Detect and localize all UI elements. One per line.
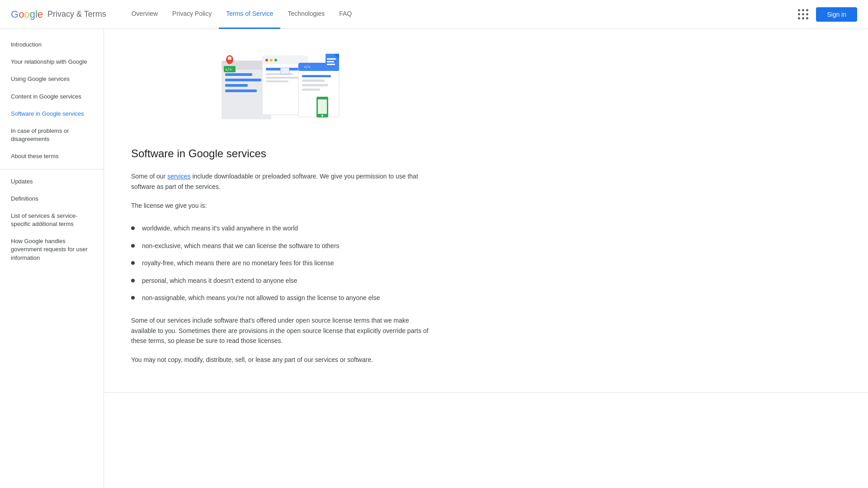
svg-rect-31 — [327, 58, 336, 60]
header: Google Privacy & Terms Overview Privacy … — [0, 0, 868, 29]
svg-text:</>: </> — [225, 68, 232, 72]
illustration: </> — [131, 47, 429, 128]
sign-in-button[interactable]: Sign in — [816, 7, 857, 22]
apps-icon[interactable] — [798, 9, 809, 20]
svg-rect-24 — [302, 80, 325, 82]
svg-rect-25 — [302, 84, 328, 86]
list-item: non-exclusive, which means that we can l… — [131, 237, 429, 254]
sidebar-item-about-terms[interactable]: About these terms — [0, 148, 104, 165]
list-item: non-assignable, which means you're not a… — [131, 289, 429, 306]
sidebar-item-using-google[interactable]: Using Google services — [0, 70, 104, 88]
list-item: royalty-free, which means there are no m… — [131, 254, 429, 272]
header-title: Privacy & Terms — [47, 9, 106, 19]
bullet-dot — [131, 279, 135, 282]
nav-terms-of-service[interactable]: Terms of Service — [219, 0, 280, 29]
nav-overview[interactable]: Overview — [124, 0, 165, 29]
svg-point-11 — [270, 59, 273, 61]
nav-technologies[interactable]: Technologies — [280, 0, 332, 29]
bullet-dot — [131, 244, 135, 248]
svg-text:</>: </> — [304, 65, 311, 69]
header-nav: Overview Privacy Policy Terms of Service… — [124, 0, 798, 29]
sidebar-item-problems[interactable]: In case of problems or disagreements — [0, 122, 104, 148]
sidebar-item-updates[interactable]: Updates — [0, 173, 104, 190]
svg-rect-33 — [327, 64, 335, 65]
svg-rect-32 — [327, 61, 334, 62]
bullet-dot — [131, 261, 135, 265]
header-right: Sign in — [798, 7, 857, 22]
svg-rect-23 — [302, 75, 331, 77]
svg-rect-26 — [302, 89, 320, 91]
sidebar-item-content-google[interactable]: Content in Google services — [0, 88, 104, 105]
paragraph-3: Some of our services include software th… — [131, 315, 429, 346]
nav-faq[interactable]: FAQ — [332, 0, 359, 29]
google-logo: Google — [11, 9, 43, 20]
bullet-dot — [131, 226, 135, 230]
sidebar-item-software-google[interactable]: Software in Google services — [0, 105, 104, 122]
sidebar-item-introduction[interactable]: Introduction — [0, 36, 104, 53]
main-content: </> — [104, 29, 868, 393]
paragraph-1: Some of our services include downloadabl… — [131, 171, 429, 192]
section-divider — [104, 392, 868, 393]
svg-rect-36 — [318, 99, 327, 114]
svg-rect-15 — [266, 77, 298, 79]
sidebar-item-list-services[interactable]: List of services & service-specific addi… — [0, 207, 104, 233]
sidebar-item-your-relationship[interactable]: Your relationship with Google — [0, 53, 104, 70]
svg-point-12 — [274, 59, 277, 61]
sidebar-divider — [0, 169, 104, 169]
sidebar-item-gov-requests[interactable]: How Google handles government requests f… — [0, 233, 104, 267]
bullet-list: worldwide, which means it's valid anywhe… — [131, 220, 429, 306]
sidebar-item-definitions[interactable]: Definitions — [0, 190, 104, 207]
list-item: worldwide, which means it's valid anywhe… — [131, 220, 429, 237]
list-item: personal, which means it doesn't extend … — [131, 272, 429, 289]
sidebar: Introduction Your relationship with Goog… — [0, 29, 104, 393]
svg-rect-16 — [266, 80, 288, 82]
section-title: Software in Google services — [131, 146, 429, 160]
svg-point-37 — [321, 115, 323, 117]
content-area: </> — [104, 29, 457, 392]
illustration-svg: </> — [208, 47, 353, 128]
nav-privacy-policy[interactable]: Privacy Policy — [165, 0, 219, 29]
svg-rect-17 — [280, 68, 289, 74]
layout: Introduction Your relationship with Goog… — [0, 29, 868, 393]
paragraph-2: The license we give you is: — [131, 201, 429, 211]
svg-point-10 — [265, 59, 268, 61]
svg-rect-3 — [225, 79, 261, 81]
svg-rect-2 — [225, 73, 252, 76]
services-link[interactable]: services — [167, 173, 190, 180]
logo-link[interactable]: Google Privacy & Terms — [11, 9, 106, 20]
paragraph-4: You may not copy, modify, distribute, se… — [131, 355, 429, 365]
svg-rect-5 — [225, 89, 257, 92]
svg-rect-4 — [225, 84, 248, 87]
bullet-dot — [131, 296, 135, 300]
svg-point-28 — [228, 56, 231, 60]
